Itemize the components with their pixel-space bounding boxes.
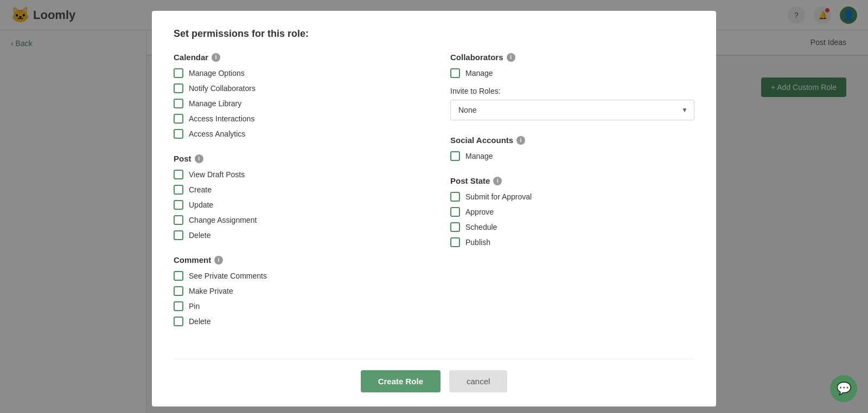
update-checkbox[interactable] [174,200,183,210]
modal-title: Set permissions for this role: [174,28,694,40]
comment-section-header: Comment i [174,255,418,264]
chat-bubble-button[interactable]: 💬 [830,375,857,402]
submit-for-approval-item: Submit for Approval [450,192,694,202]
comment-label: Comment [174,255,211,264]
change-assignment-label: Change Assignment [189,216,257,224]
post-info-icon[interactable]: i [195,154,203,163]
see-private-comments-checkbox[interactable] [174,271,183,281]
calendar-section: Calendar i Manage Options Notify Collabo… [174,53,418,139]
access-interactions-label: Access Interactions [189,114,254,123]
delete-post-item: Delete [174,230,418,240]
create-label: Create [189,185,212,194]
submit-for-approval-label: Submit for Approval [465,192,532,201]
invite-roles-label: Invite to Roles: [450,87,694,95]
create-checkbox[interactable] [174,185,183,195]
manage-options-checkbox[interactable] [174,68,183,78]
view-draft-posts-label: View Draft Posts [189,170,245,179]
change-assignment-checkbox[interactable] [174,215,183,225]
delete-comment-item: Delete [174,317,418,326]
modal-dialog: Set permissions for this role: Calendar … [152,11,716,406]
manage-social-label: Manage [465,152,493,160]
change-assignment-item: Change Assignment [174,215,418,225]
manage-library-item: Manage Library [174,99,418,108]
manage-library-label: Manage Library [189,99,241,108]
notify-collaborators-checkbox[interactable] [174,83,183,93]
approve-item: Approve [450,207,694,217]
pin-checkbox[interactable] [174,301,183,311]
create-item: Create [174,185,418,195]
delete-post-checkbox[interactable] [174,230,183,240]
social-accounts-section: Social Accounts i Manage [450,135,694,161]
manage-options-label: Manage Options [189,69,245,78]
publish-item: Publish [450,237,694,247]
manage-collaborators-label: Manage [465,69,493,78]
access-analytics-item: Access Analytics [174,129,418,139]
approve-label: Approve [465,208,494,216]
calendar-section-header: Calendar i [174,53,418,62]
access-analytics-checkbox[interactable] [174,129,183,139]
delete-comment-checkbox[interactable] [174,317,183,326]
calendar-label: Calendar [174,53,208,62]
make-private-checkbox[interactable] [174,286,183,296]
see-private-comments-label: See Private Comments [189,272,267,280]
post-state-section: Post State i Submit for Approval Approve… [450,176,694,247]
schedule-item: Schedule [450,222,694,232]
approve-checkbox[interactable] [450,207,460,217]
schedule-checkbox[interactable] [450,222,460,232]
see-private-comments-item: See Private Comments [174,271,418,281]
post-state-label: Post State [450,176,490,185]
publish-label: Publish [465,238,490,247]
create-role-button[interactable]: Create Role [361,370,441,392]
update-label: Update [189,201,213,209]
social-accounts-label: Social Accounts [450,135,513,145]
invite-roles-select-wrapper: None Viewer Editor Manager ▼ [450,100,694,120]
access-interactions-checkbox[interactable] [174,114,183,124]
manage-library-checkbox[interactable] [174,99,183,108]
post-label: Post [174,154,192,163]
social-accounts-info-icon[interactable]: i [516,136,525,145]
update-item: Update [174,200,418,210]
post-state-info-icon[interactable]: i [493,177,502,185]
delete-comment-label: Delete [189,317,210,326]
view-draft-posts-checkbox[interactable] [174,170,183,179]
invite-roles-select[interactable]: None Viewer Editor Manager [450,100,694,120]
make-private-item: Make Private [174,286,418,296]
collaborators-section-header: Collaborators i [450,53,694,62]
pin-label: Pin [189,302,200,311]
access-analytics-label: Access Analytics [189,130,245,138]
submit-for-approval-checkbox[interactable] [450,192,460,202]
cancel-button[interactable]: cancel [449,370,507,392]
manage-collaborators-checkbox[interactable] [450,68,460,78]
comment-info-icon[interactable]: i [214,256,223,264]
modal-body: Calendar i Manage Options Notify Collabo… [174,53,694,341]
right-column: Collaborators i Manage Invite to Roles: … [450,53,694,341]
pin-item: Pin [174,301,418,311]
collaborators-label: Collaborators [450,53,503,62]
comment-section: Comment i See Private Comments Make Priv… [174,255,418,326]
modal-footer: Create Role cancel [174,359,694,392]
post-state-section-header: Post State i [450,176,694,185]
delete-post-label: Delete [189,231,210,240]
post-section: Post i View Draft Posts Create Update [174,154,418,240]
make-private-label: Make Private [189,287,233,295]
social-accounts-section-header: Social Accounts i [450,135,694,145]
collaborators-info-icon[interactable]: i [507,53,515,62]
publish-checkbox[interactable] [450,237,460,247]
manage-options-item: Manage Options [174,68,418,78]
left-column: Calendar i Manage Options Notify Collabo… [174,53,418,341]
post-section-header: Post i [174,154,418,163]
manage-social-checkbox[interactable] [450,151,460,161]
access-interactions-item: Access Interactions [174,114,418,124]
schedule-label: Schedule [465,223,497,231]
manage-collaborators-item: Manage [450,68,694,78]
modal-overlay: Set permissions for this role: Calendar … [0,0,868,413]
notify-collaborators-label: Notify Collaborators [189,84,256,93]
manage-social-item: Manage [450,151,694,161]
calendar-info-icon[interactable]: i [212,53,220,62]
collaborators-section: Collaborators i Manage Invite to Roles: … [450,53,694,120]
view-draft-posts-item: View Draft Posts [174,170,418,179]
notify-collaborators-item: Notify Collaborators [174,83,418,93]
